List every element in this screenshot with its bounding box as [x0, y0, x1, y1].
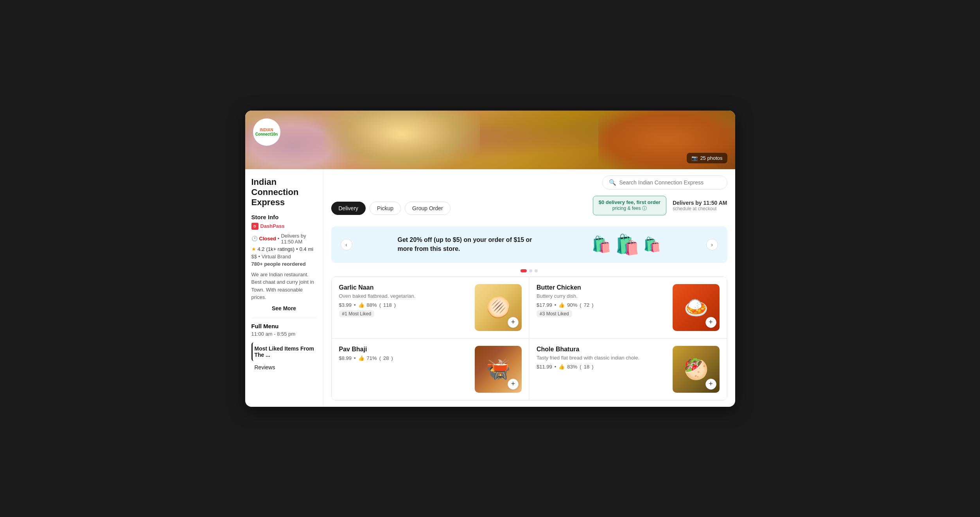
item-info-garlic-naan: Garlic Naan Oven baked flatbread. vegeta…	[339, 284, 470, 331]
item-name-butter-chicken: Butter Chicken	[537, 284, 667, 291]
price-row: $$ • Virtual Brand	[251, 254, 317, 259]
promo-next-button[interactable]: ›	[706, 239, 718, 250]
price-range: $$	[251, 254, 257, 259]
store-description: We are Indian restaurant. Best chaat and…	[251, 271, 317, 301]
star-icon: ★	[251, 246, 256, 252]
promo-prev-button[interactable]: ‹	[341, 239, 352, 250]
search-box[interactable]: 🔍	[602, 175, 727, 190]
menu-item-pav-bhaji[interactable]: Pav Bhaji $8.99 • 👍 71% ( 28 )	[332, 338, 529, 400]
item-like-pct-garlic-naan: 88%	[367, 302, 377, 308]
item-info-pav-bhaji: Pav Bhaji $8.99 • 👍 71% ( 28 )	[339, 346, 470, 393]
carousel-dots	[331, 269, 727, 272]
dot-3	[535, 269, 538, 272]
sidebar: Indian Connection Express Store Info D D…	[245, 169, 323, 407]
nav-label-most-liked: Most Liked Items From The ...	[255, 345, 317, 358]
hero-banner: INDIANConnect10n 📷 25 photos	[245, 111, 735, 169]
promo-text: Get 20% off (up to $5) on your order of …	[398, 236, 546, 253]
item-name-chole-bhatura: Chole Bhatura	[537, 346, 667, 353]
promo-bag-3: 🛍️	[643, 236, 661, 253]
dashpass-label: DashPass	[260, 223, 285, 229]
delivers-by-sidebar: Delivers by 11:50 AM	[281, 233, 316, 245]
like-icon-butter-chicken: 👍	[558, 302, 565, 308]
camera-icon: 📷	[691, 155, 698, 161]
delivers-by-time: Delivers by 11:50 AM	[673, 200, 727, 206]
item-price-row-butter-chicken: $17.99 • 👍 90% ( 72 )	[537, 302, 667, 308]
dot-2	[529, 269, 532, 272]
item-image-wrap-garlic-naan: 🫓 +	[475, 284, 522, 331]
item-desc-chole-bhatura: Tasty fried flat bread with classic indi…	[537, 354, 667, 361]
delivers-schedule: schedule at checkout	[673, 206, 727, 211]
promo-banner: ‹ Get 20% off (up to $5) on your order o…	[331, 226, 727, 263]
pricing-label: pricing & fees ⓘ	[599, 205, 661, 212]
photos-button[interactable]: 📷 25 photos	[687, 153, 727, 163]
item-desc-butter-chicken: Buttery curry dish.	[537, 293, 667, 300]
add-chole-bhatura-button[interactable]: +	[705, 379, 716, 390]
item-like-count-pav-bhaji: 28	[383, 355, 389, 361]
tab-group-order[interactable]: Group Order	[405, 202, 451, 215]
item-image-wrap-chole-bhatura: 🥙 +	[673, 346, 720, 393]
item-image-wrap-pav-bhaji: 🍲 +	[475, 346, 522, 393]
rating-count: (1k+ ratings)	[266, 246, 295, 252]
rating-value: 4.2	[258, 246, 265, 252]
item-desc-garlic-naan: Oven baked flatbread. vegetarian.	[339, 293, 470, 300]
item-like-pct-butter-chicken: 90%	[567, 302, 577, 308]
see-more-button[interactable]: See More	[251, 305, 317, 311]
brand-type: Virtual Brand	[262, 254, 291, 259]
item-price-garlic-naan: $3.99	[339, 302, 352, 308]
most-liked-badge-garlic-naan: #1 Most Liked	[339, 310, 375, 317]
item-name-garlic-naan: Garlic Naan	[339, 284, 470, 291]
item-price-row-chole-bhatura: $11.99 • 👍 83% ( 18 )	[537, 364, 667, 370]
full-menu-label: Full Menu	[251, 323, 317, 329]
menu-item-butter-chicken[interactable]: Butter Chicken Buttery curry dish. $17.9…	[529, 277, 727, 338]
content-area: 🔍 Delivery Pickup Group Order $0 deliver…	[323, 169, 735, 407]
nav-item-most-liked[interactable]: Most Liked Items From The ...	[251, 342, 317, 361]
item-like-count-garlic-naan: 118	[383, 302, 392, 308]
most-liked-badge-butter-chicken: #3 Most Liked	[537, 310, 572, 317]
item-price-chole-bhatura: $11.99	[537, 364, 552, 370]
rating-row: ★ 4.2 (1k+ ratings) • 0.4 mi	[251, 246, 317, 252]
like-icon-pav-bhaji: 👍	[358, 355, 364, 361]
promo-bag-1: 🛍️	[592, 235, 611, 254]
search-input[interactable]	[619, 179, 721, 186]
photos-count: 25 photos	[700, 155, 722, 161]
item-info-butter-chicken: Butter Chicken Buttery curry dish. $17.9…	[537, 284, 667, 331]
store-info-label: Store Info	[251, 214, 317, 220]
dot-1	[521, 269, 527, 272]
menu-grid: Garlic Naan Oven baked flatbread. vegeta…	[331, 276, 727, 401]
item-price-row-pav-bhaji: $8.99 • 👍 71% ( 28 )	[339, 355, 470, 361]
store-distance: 0.4 mi	[300, 246, 313, 252]
like-icon-chole-bhatura: 👍	[558, 364, 565, 370]
dashpass-logo: D	[251, 223, 258, 230]
item-like-pct-chole-bhatura: 83%	[567, 364, 577, 370]
delivers-by-info: Delivers by 11:50 AM schedule at checkou…	[673, 200, 727, 211]
add-pav-bhaji-button[interactable]: +	[508, 379, 519, 390]
delivery-info-bar: $0 delivery fee, first order pricing & f…	[593, 196, 727, 215]
add-butter-chicken-button[interactable]: +	[705, 317, 716, 328]
clock-icon: 🕐	[251, 236, 258, 242]
item-like-count-butter-chicken: 72	[584, 302, 589, 308]
like-icon-garlic-naan: 👍	[358, 302, 364, 308]
promo-bag-2: 🛍️	[615, 233, 639, 256]
item-price-row-garlic-naan: $3.99 • 👍 88% ( 118 )	[339, 302, 470, 308]
add-garlic-naan-button[interactable]: +	[508, 317, 519, 328]
nav-item-reviews[interactable]: Reviews	[251, 361, 317, 374]
store-status: Closed	[259, 236, 276, 242]
store-status-row: 🕐 Closed • Delivers by 11:50 AM	[251, 233, 317, 245]
item-like-count-chole-bhatura: 18	[584, 364, 589, 370]
promo-bags: 🛍️ 🛍️ 🛍️	[592, 233, 661, 256]
menu-item-chole-bhatura[interactable]: Chole Bhatura Tasty fried flat bread wit…	[529, 338, 727, 400]
tab-delivery[interactable]: Delivery	[331, 202, 366, 215]
free-delivery-badge: $0 delivery fee, first order pricing & f…	[593, 196, 666, 215]
item-image-wrap-butter-chicken: 🍛 +	[673, 284, 720, 331]
sidebar-nav: Most Liked Items From The ... Reviews	[251, 342, 317, 374]
distance-separator: •	[296, 246, 298, 252]
nav-label-reviews: Reviews	[255, 364, 275, 370]
menu-item-garlic-naan[interactable]: Garlic Naan Oven baked flatbread. vegeta…	[332, 277, 529, 338]
item-name-pav-bhaji: Pav Bhaji	[339, 346, 470, 353]
free-delivery-label: $0 delivery fee, first order	[599, 199, 661, 205]
tab-pickup[interactable]: Pickup	[370, 202, 401, 215]
store-title: Indian Connection Express	[251, 177, 317, 208]
search-icon: 🔍	[609, 179, 616, 186]
dashpass-badge: D DashPass	[251, 223, 317, 230]
restaurant-logo: INDIANConnect10n	[253, 118, 280, 146]
